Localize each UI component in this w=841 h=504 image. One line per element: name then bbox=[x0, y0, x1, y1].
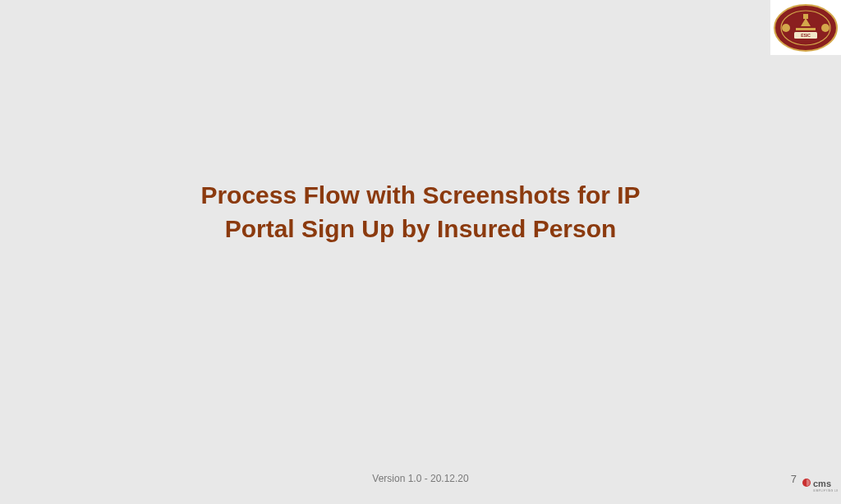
svg-text:ESIC: ESIC bbox=[801, 33, 811, 38]
svg-rect-2 bbox=[796, 28, 816, 30]
svg-text:cms: cms bbox=[813, 479, 831, 488]
title-line-1: Process Flow with Screenshots for IP bbox=[0, 179, 841, 213]
slide-title: Process Flow with Screenshots for IP Por… bbox=[0, 179, 841, 245]
svg-point-6 bbox=[782, 24, 790, 32]
esic-logo: ESIC bbox=[770, 0, 841, 55]
svg-point-7 bbox=[821, 24, 830, 32]
svg-rect-3 bbox=[803, 14, 808, 19]
slide-footer: Version 1.0 - 20.12.20 7 bbox=[0, 473, 841, 489]
esic-emblem-icon: ESIC bbox=[773, 3, 839, 53]
cms-logo: cms SIMPLIFYING LIFE bbox=[802, 476, 838, 494]
svg-text:SIMPLIFYING LIFE: SIMPLIFYING LIFE bbox=[813, 489, 838, 493]
version-label: Version 1.0 - 20.12.20 bbox=[372, 473, 468, 484]
title-line-2: Portal Sign Up by Insured Person bbox=[0, 213, 841, 246]
cms-brand-icon: cms SIMPLIFYING LIFE bbox=[802, 476, 838, 494]
page-number: 7 bbox=[791, 473, 797, 485]
